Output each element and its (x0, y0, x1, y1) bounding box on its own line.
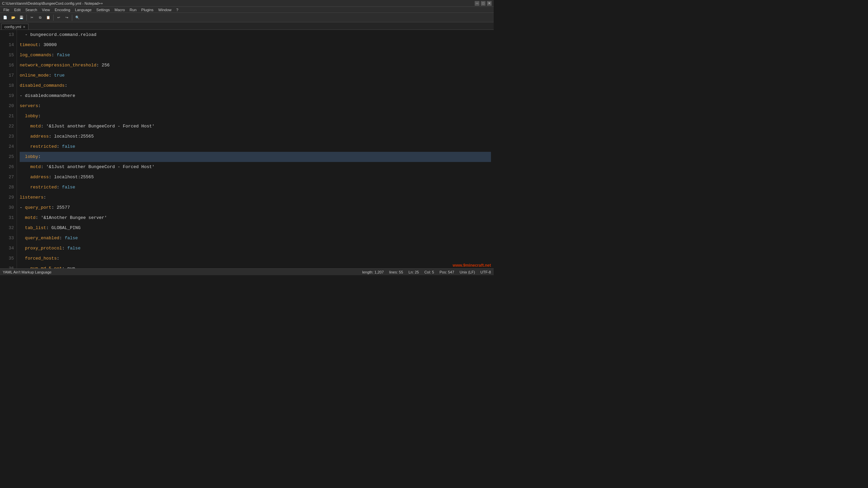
paste-button[interactable]: 📋 (44, 14, 52, 21)
maximize-button[interactable]: □ (481, 1, 486, 6)
code-line-31: motd: '&1Another Bungee server' (20, 213, 491, 223)
code-content[interactable]: - bungeecord.command.reloadtimeout: 3000… (17, 30, 494, 268)
line-number-26: 26 (3, 162, 14, 172)
tab-bar: config.yml ✕ (0, 22, 494, 30)
menu-item-run[interactable]: Run (127, 8, 138, 12)
title-text: C:\Users\tanmi\Desktop\BungeeCord.config… (2, 1, 103, 5)
line-number-35: 35 (3, 253, 14, 264)
line-numbers: 1314151617181920212223242526272829303132… (0, 30, 17, 268)
status-lines: lines: 55 (389, 270, 403, 274)
tab-config-yml[interactable]: config.yml ✕ (1, 24, 28, 29)
line-number-31: 31 (3, 213, 14, 223)
tab-close-icon[interactable]: ✕ (23, 25, 25, 29)
code-line-13: - bungeecord.command.reload (20, 30, 491, 40)
line-number-32: 32 (3, 223, 14, 233)
line-number-15: 15 (3, 50, 14, 60)
menu-item-view[interactable]: View (40, 8, 52, 12)
save-button[interactable]: 💾 (18, 14, 25, 21)
line-number-34: 34 (3, 243, 14, 253)
status-pos: Pos: 547 (439, 270, 454, 274)
line-number-16: 16 (3, 60, 14, 70)
code-line-19: - disabledcommandhere (20, 91, 491, 101)
close-button[interactable]: ✕ (487, 1, 492, 6)
toolbar: 📄 📂 💾 ✂ ⧉ 📋 ↩ ↪ 🔍 (0, 13, 494, 22)
minimize-button[interactable]: ─ (475, 1, 479, 6)
line-number-22: 22 (3, 121, 14, 131)
copy-button[interactable]: ⧉ (36, 14, 44, 21)
code-line-35: forced_hosts: (20, 253, 491, 264)
code-line-28: restricted: false (20, 182, 491, 192)
status-col: Col: 5 (424, 270, 434, 274)
status-length: length: 1,207 (362, 270, 384, 274)
menu-item-language[interactable]: Language (73, 8, 94, 12)
menu-item-window[interactable]: Window (156, 8, 174, 12)
line-number-23: 23 (3, 131, 14, 142)
tab-label: config.yml (4, 25, 21, 29)
line-number-28: 28 (3, 182, 14, 192)
code-line-27: address: localhost:25565 (20, 172, 491, 182)
toolbar-separator-2 (53, 15, 54, 21)
open-button[interactable]: 📂 (9, 14, 17, 21)
line-number-13: 13 (3, 30, 14, 40)
code-line-17: online_mode: true (20, 70, 491, 81)
line-number-29: 29 (3, 192, 14, 203)
cut-button[interactable]: ✂ (28, 14, 36, 21)
toolbar-separator-1 (26, 15, 27, 21)
watermark: www.9minecraft.net (453, 263, 491, 268)
line-number-30: 30 (3, 203, 14, 213)
language-indicator: YAML Ain't Markup Language (3, 270, 52, 274)
code-line-16: network_compression_threshold: 256 (20, 60, 491, 70)
toolbar-separator-3 (72, 15, 72, 21)
status-encoding: UTF-8 (480, 270, 491, 274)
menu-item-macro[interactable]: Macro (113, 8, 127, 12)
menu-bar: FileEditSearchViewEncodingLanguageSettin… (0, 7, 494, 13)
status-bar: YAML Ain't Markup Language length: 1,207… (0, 268, 494, 275)
code-line-22: motd: '&1Just another BungeeCord - Force… (20, 121, 491, 131)
code-line-15: log_commands: false (20, 50, 491, 60)
code-line-30: - query_port: 25577 (20, 203, 491, 213)
code-line-18: disabled_commands: (20, 81, 491, 91)
menu-item-?[interactable]: ? (174, 8, 180, 12)
code-line-23: address: localhost:25565 (20, 131, 491, 142)
code-line-24: restricted: false (20, 142, 491, 152)
redo-button[interactable]: ↪ (63, 14, 71, 21)
line-number-27: 27 (3, 172, 14, 182)
line-number-21: 21 (3, 111, 14, 121)
line-number-20: 20 (3, 101, 14, 111)
code-line-33: query_enabled: false (20, 233, 491, 243)
menu-item-edit[interactable]: Edit (12, 8, 23, 12)
menu-item-plugins[interactable]: Plugins (139, 8, 156, 12)
menu-item-file[interactable]: File (1, 8, 12, 12)
line-number-17: 17 (3, 70, 14, 81)
title-bar: C:\Users\tanmi\Desktop\BungeeCord.config… (0, 0, 494, 7)
new-button[interactable]: 📄 (1, 14, 9, 21)
code-line-21: lobby: (20, 111, 491, 121)
menu-item-search[interactable]: Search (23, 8, 39, 12)
code-line-32: tab_list: GLOBAL_PING (20, 223, 491, 233)
code-line-34: proxy_protocol: false (20, 243, 491, 253)
editor-area: 1314151617181920212223242526272829303132… (0, 30, 494, 268)
status-right: length: 1,207 lines: 55 Ln: 25 Col: 5 Po… (362, 270, 491, 274)
status-line-ending: Unix (LF) (460, 270, 475, 274)
window-controls: ─ □ ✕ (475, 1, 492, 6)
line-number-19: 19 (3, 91, 14, 101)
line-number-14: 14 (3, 40, 14, 50)
code-line-25: lobby: (20, 152, 491, 162)
code-line-20: servers: (20, 101, 491, 111)
line-number-25: 25 (3, 152, 14, 162)
line-number-24: 24 (3, 142, 14, 152)
status-ln: Ln: 25 (409, 270, 419, 274)
line-number-33: 33 (3, 233, 14, 243)
menu-item-settings[interactable]: Settings (94, 8, 112, 12)
menu-item-encoding[interactable]: Encoding (53, 8, 72, 12)
code-line-36: pvp.md-5.net: pvp (20, 264, 491, 268)
line-number-18: 18 (3, 81, 14, 91)
code-line-29: listeners: (20, 192, 491, 203)
code-line-26: motd: '&1Just another BungeeCord - Force… (20, 162, 491, 172)
find-button[interactable]: 🔍 (74, 14, 81, 21)
line-number-36: 36 (3, 264, 14, 268)
code-line-14: timeout: 30000 (20, 40, 491, 50)
undo-button[interactable]: ↩ (55, 14, 62, 21)
